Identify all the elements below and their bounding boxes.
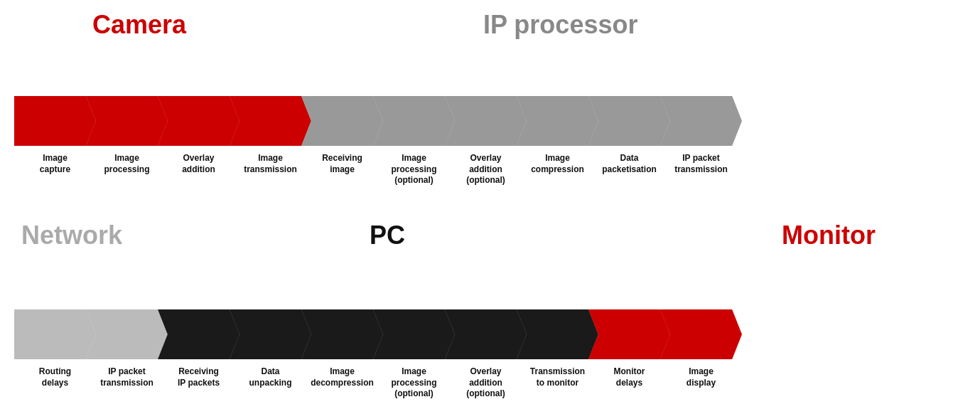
row2-arrows bbox=[14, 309, 742, 359]
arrow-label: Overlayaddition(optional) bbox=[450, 153, 522, 186]
arrow-chevron bbox=[373, 96, 455, 146]
arrow-chevron bbox=[14, 96, 96, 146]
arrow-chevron bbox=[230, 96, 311, 146]
diagram-container: Camera IP processor Network PC Monitor I… bbox=[0, 0, 980, 419]
arrow-chevron bbox=[445, 96, 527, 146]
arrow-label: Routingdelays bbox=[19, 366, 91, 400]
arrow-label: Imageprocessing bbox=[91, 153, 163, 186]
arrow-chevron bbox=[14, 309, 96, 359]
arrow-chevron bbox=[588, 309, 670, 359]
arrow-label: Datapacketisation bbox=[593, 153, 665, 186]
arrow-label: ReceivingIP packets bbox=[163, 366, 235, 400]
arrow-label: Imageprocessing(optional) bbox=[378, 366, 450, 400]
arrow-label: Imageprocessing(optional) bbox=[378, 153, 450, 186]
arrow-chevron bbox=[301, 309, 383, 359]
row1-arrows bbox=[14, 96, 742, 146]
arrow-chevron bbox=[588, 96, 670, 146]
row1-labels: ImagecaptureImageprocessingOverlayadditi… bbox=[14, 153, 737, 186]
arrow-label: Monitordelays bbox=[593, 366, 665, 400]
arrow-chevron bbox=[517, 309, 598, 359]
arrow-label: IP packettransmission bbox=[91, 366, 163, 400]
arrow-chevron bbox=[301, 96, 383, 146]
arrow-label: Imagecompression bbox=[522, 153, 593, 186]
arrow-label: Receivingimage bbox=[306, 153, 378, 186]
arrow-chevron bbox=[86, 96, 168, 146]
label-monitor: Monitor bbox=[782, 221, 876, 250]
row2-labels: RoutingdelaysIP packettransmissionReceiv… bbox=[14, 366, 737, 400]
arrow-chevron bbox=[660, 309, 742, 359]
label-network: Network bbox=[21, 221, 122, 250]
arrow-label: Overlayaddition(optional) bbox=[450, 366, 522, 400]
arrow-label: Imagecapture bbox=[19, 153, 91, 186]
arrow-label: Imagetransmission bbox=[235, 153, 306, 186]
arrow-label: Transmissionto monitor bbox=[522, 366, 593, 400]
label-pc: PC bbox=[370, 221, 405, 250]
arrow-chevron bbox=[158, 96, 239, 146]
arrow-chevron bbox=[517, 96, 598, 146]
arrow-label: Imagedecompression bbox=[306, 366, 378, 400]
arrow-label: Overlayaddition bbox=[163, 153, 235, 186]
arrow-label: Dataunpacking bbox=[235, 366, 306, 400]
arrow-chevron bbox=[445, 309, 527, 359]
arrow-label: Imagedisplay bbox=[665, 366, 737, 400]
label-ip-processor: IP processor bbox=[483, 10, 637, 40]
label-camera: Camera bbox=[92, 10, 186, 40]
arrow-chevron bbox=[660, 96, 742, 146]
arrow-chevron bbox=[158, 309, 239, 359]
arrow-chevron bbox=[230, 309, 311, 359]
arrow-chevron bbox=[86, 309, 168, 359]
arrow-label: IP packettransmission bbox=[665, 153, 737, 186]
arrow-chevron bbox=[373, 309, 455, 359]
